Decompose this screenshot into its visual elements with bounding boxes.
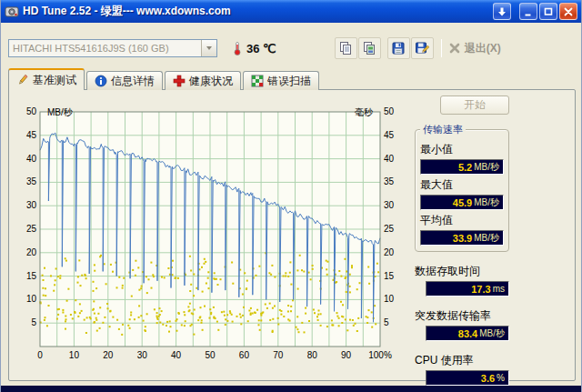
info-icon xyxy=(95,75,107,87)
floppy-icon xyxy=(391,41,406,55)
start-button[interactable]: 开始 xyxy=(440,95,509,115)
svg-text:20: 20 xyxy=(103,350,114,360)
svg-text:70: 70 xyxy=(273,350,284,360)
svg-text:100%: 100% xyxy=(368,350,392,360)
svg-text:20: 20 xyxy=(384,247,395,257)
svg-text:45: 45 xyxy=(26,130,37,140)
access-time-stat: 数据存取时间 17.3 ms xyxy=(415,261,509,297)
svg-text:90: 90 xyxy=(341,350,352,360)
avg-unit: MB/秒 xyxy=(474,232,499,245)
access-time-unit: ms xyxy=(493,284,505,294)
burst-rate-value: 83.4 xyxy=(458,328,477,339)
burst-rate-stat: 突发数据传输率 83.4 MB/秒 xyxy=(415,306,509,341)
tab-label: 基准测试 xyxy=(33,73,76,88)
avg-value: 33.9 xyxy=(453,233,472,244)
avg-value-box: 33.9 MB/秒 xyxy=(420,230,504,246)
copy-image-icon xyxy=(362,41,376,55)
close-icon xyxy=(563,6,574,17)
chart-area: 5510101515202025253030353540404545505001… xyxy=(13,99,413,372)
svg-text:毫秒: 毫秒 xyxy=(355,107,374,117)
tab-health[interactable]: 健康状况 xyxy=(165,71,241,90)
toolbar-separator xyxy=(441,39,442,57)
titlebar: HD Tune 2.52 - 绿盟--- www.xdowns.com xyxy=(1,0,581,23)
svg-text:40: 40 xyxy=(171,350,182,360)
max-label: 最大值 xyxy=(420,177,504,193)
window-title: HD Tune 2.52 - 绿盟--- www.xdowns.com xyxy=(23,4,491,19)
copy-icon xyxy=(338,41,353,55)
save-image-button[interactable] xyxy=(411,37,434,59)
min-label: 最小值 xyxy=(420,142,504,157)
tab-label: 健康状况 xyxy=(189,74,233,89)
tab-label: 错误扫描 xyxy=(267,74,311,89)
benchmark-tab-page: 5510101515202025253030353540404545505001… xyxy=(8,89,576,381)
svg-text:10: 10 xyxy=(69,350,80,360)
drive-select[interactable]: HITACHI HTS541616J9S (160 GB) xyxy=(8,39,217,57)
svg-text:15: 15 xyxy=(26,271,37,281)
svg-text:5: 5 xyxy=(384,317,389,327)
svg-text:50: 50 xyxy=(205,350,216,360)
min-value-box: 5.2 MB/秒 xyxy=(420,159,504,175)
drive-select-dropdown-button[interactable] xyxy=(201,40,216,56)
tab-benchmark[interactable]: 基准测试 xyxy=(8,68,85,90)
svg-text:35: 35 xyxy=(384,176,395,186)
min-unit: MB/秒 xyxy=(474,161,499,174)
exit-button[interactable]: 退出(X) xyxy=(448,41,501,56)
burst-rate-unit: MB/秒 xyxy=(479,327,505,340)
access-time-value: 17.3 xyxy=(471,284,490,295)
svg-text:50: 50 xyxy=(26,106,37,116)
svg-text:40: 40 xyxy=(26,154,37,164)
access-time-label: 数据存取时间 xyxy=(415,264,509,279)
app-icon xyxy=(5,5,19,19)
svg-text:0: 0 xyxy=(37,350,43,360)
cpu-usage-label: CPU 使用率 xyxy=(415,353,509,368)
download-button[interactable] xyxy=(493,3,511,20)
window-bottom-border xyxy=(1,386,581,392)
burst-rate-label: 突发数据传输率 xyxy=(415,308,509,324)
copy-image-button[interactable] xyxy=(358,37,381,59)
floppy-pencil-icon xyxy=(415,41,429,55)
svg-text:30: 30 xyxy=(384,200,395,210)
hd-tune-window: HD Tune 2.52 - 绿盟--- www.xdowns.com HITA… xyxy=(0,0,582,392)
tab-label: 信息详情 xyxy=(111,74,155,89)
svg-text:60: 60 xyxy=(239,350,250,360)
exit-label: 退出(X) xyxy=(465,41,501,56)
cpu-usage-value-box: 3.6 % xyxy=(426,370,509,386)
drive-select-value: HITACHI HTS541616J9S (160 GB) xyxy=(9,43,201,54)
svg-text:40: 40 xyxy=(384,154,395,164)
tab-error-scan[interactable]: 错误扫描 xyxy=(243,71,319,90)
temperature-value: 36 ℃ xyxy=(246,42,276,55)
avg-label: 平均值 xyxy=(420,213,504,228)
minimize-button[interactable] xyxy=(519,3,537,20)
svg-text:30: 30 xyxy=(26,200,37,210)
svg-text:25: 25 xyxy=(26,224,37,234)
max-value-box: 45.9 MB/秒 xyxy=(420,195,504,210)
temperature-indicator: 36 ℃ xyxy=(232,41,276,55)
transfer-rate-group: 传输速率 最小值 5.2 MB/秒 最大值 45.9 MB/秒 平均值 33.9… xyxy=(415,129,509,252)
cpu-usage-unit: % xyxy=(497,373,505,383)
download-arrow-icon xyxy=(497,6,507,17)
benchmark-chart: 5510101515202025253030353540404545505001… xyxy=(13,99,413,368)
svg-text:20: 20 xyxy=(26,247,37,257)
svg-text:5: 5 xyxy=(31,317,36,327)
copy-text-button[interactable] xyxy=(335,37,357,59)
burst-rate-value-box: 83.4 MB/秒 xyxy=(426,326,509,341)
chevron-down-icon xyxy=(206,46,212,50)
svg-text:30: 30 xyxy=(137,350,148,360)
svg-text:15: 15 xyxy=(384,271,395,281)
health-cross-icon xyxy=(173,75,186,87)
close-button[interactable] xyxy=(559,3,577,20)
tab-info[interactable]: 信息详情 xyxy=(86,71,163,90)
transfer-rate-group-title: 传输速率 xyxy=(420,123,466,136)
save-button[interactable] xyxy=(387,37,410,59)
svg-text:10: 10 xyxy=(384,294,395,304)
toolbar: HITACHI HTS541616J9S (160 GB) 36 ℃ xyxy=(1,23,581,65)
svg-text:35: 35 xyxy=(26,176,37,186)
min-value: 5.2 xyxy=(458,162,472,173)
maximize-button[interactable] xyxy=(539,3,557,20)
minimize-icon xyxy=(523,6,534,17)
error-scan-icon xyxy=(251,75,264,87)
toolbar-buttons: 退出(X) xyxy=(335,37,501,59)
max-value: 45.9 xyxy=(453,197,472,208)
tab-bar: 基准测试 信息详情 健康状况 xyxy=(8,68,321,90)
thermometer-icon xyxy=(232,41,243,55)
